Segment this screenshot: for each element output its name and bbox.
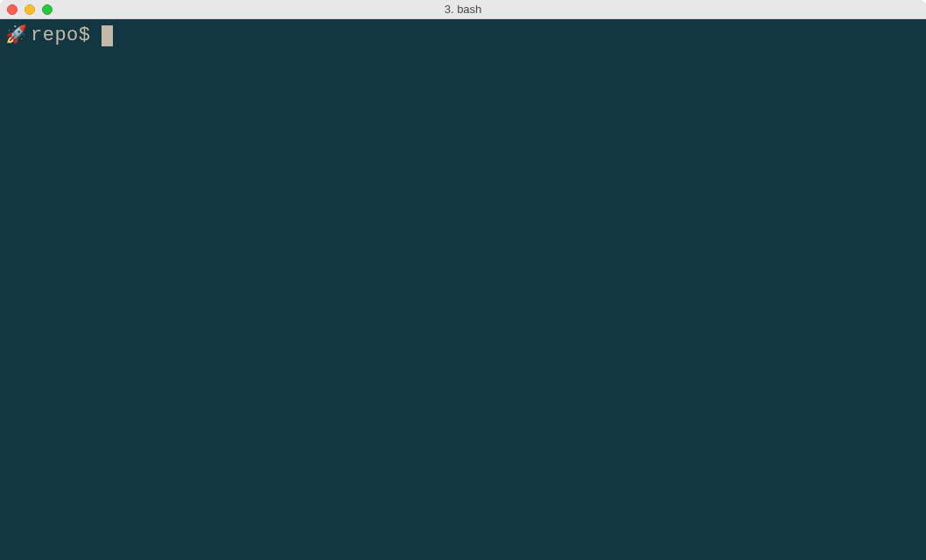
traffic-lights [0,4,53,15]
terminal-area[interactable]: 🚀 repo$ [0,19,926,560]
rocket-icon: 🚀 [5,25,27,46]
terminal-background-texture [0,19,926,560]
terminal-window: 3. bash 🚀 repo$ [0,0,926,560]
prompt-text: repo$ [31,24,91,47]
window-titlebar[interactable]: 3. bash [0,0,926,19]
maximize-button[interactable] [42,4,53,15]
close-button[interactable] [7,4,18,15]
terminal-cursor[interactable] [102,25,113,46]
window-title: 3. bash [0,3,926,16]
prompt-line: 🚀 repo$ [5,24,921,47]
minimize-button[interactable] [25,4,35,15]
